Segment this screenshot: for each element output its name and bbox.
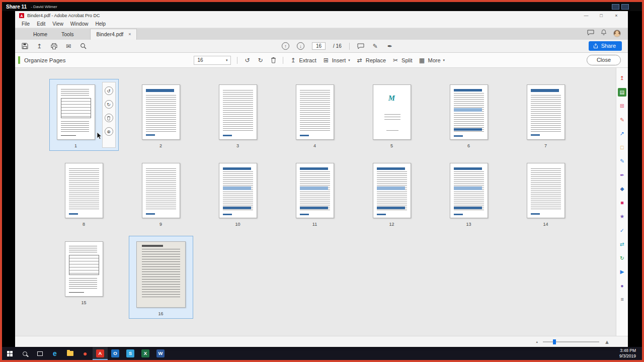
page-preview[interactable] <box>296 163 334 218</box>
zoom-slider[interactable] <box>543 341 599 342</box>
rotate-cw-icon[interactable]: ↻ <box>105 100 113 109</box>
menu-help[interactable]: Help <box>92 21 109 27</box>
page-preview[interactable] <box>142 163 180 218</box>
page-preview[interactable] <box>136 241 186 308</box>
zoom-out-icon[interactable]: ▴ <box>536 340 538 344</box>
menu-window[interactable]: Window <box>67 21 92 27</box>
page-preview[interactable]: M <box>373 84 411 140</box>
search-icon[interactable] <box>79 43 87 49</box>
rich-media-icon[interactable]: ▶ <box>618 267 626 276</box>
excel-icon[interactable]: X <box>138 347 153 360</box>
tab-close-icon[interactable]: × <box>128 32 131 37</box>
page-thumbnail[interactable]: 13 ↺ ↻ ⊕ <box>442 157 496 229</box>
insert-button[interactable]: ⊞ Insert ▾ <box>323 57 350 63</box>
edge-icon[interactable]: e <box>47 347 62 360</box>
page-preview[interactable] <box>373 163 411 218</box>
page-thumbnail[interactable]: M 5 ↺ ↻ ⊕ <box>365 79 419 151</box>
rotate-ccw-icon[interactable]: ↺ <box>244 57 251 63</box>
protect-icon[interactable]: ◆ <box>618 185 626 193</box>
menu-view[interactable]: View <box>49 21 67 27</box>
delete-page-icon[interactable] <box>105 114 113 122</box>
share-window-icon[interactable] <box>612 4 619 10</box>
page-thumbnail[interactable]: 7 ↺ ↻ ⊕ <box>519 79 573 151</box>
fill-sign-icon[interactable]: ✎ <box>618 157 626 165</box>
comment-bubble-icon[interactable] <box>357 43 364 49</box>
comments-panel-icon[interactable] <box>587 29 594 38</box>
page-thumbnail[interactable]: 6 ↺ ↻ ⊕ <box>442 79 496 151</box>
page-range-dropdown[interactable]: 16 ▾ <box>194 56 231 65</box>
restore-button[interactable]: □ <box>594 13 609 18</box>
tab-document[interactable]: Binder4.pdf × <box>90 29 137 40</box>
file-explorer-icon[interactable] <box>62 347 77 360</box>
menu-edit[interactable]: Edit <box>33 21 49 27</box>
measure-icon[interactable]: ⇄ <box>618 240 626 248</box>
zoom-page-icon[interactable]: ⊕ <box>105 127 113 136</box>
skype-icon[interactable]: S <box>123 347 138 360</box>
menu-file[interactable]: File <box>18 21 33 27</box>
page-preview[interactable] <box>65 241 103 297</box>
page-preview[interactable] <box>527 84 565 140</box>
app-icon-red[interactable]: ● <box>77 347 93 360</box>
rotate-ccw-icon[interactable]: ↺ <box>105 86 113 95</box>
previous-page-icon[interactable]: ↑ <box>282 42 289 50</box>
edit-pdf-icon[interactable]: ✎ <box>618 116 626 124</box>
more-tools-icon[interactable]: ≡ <box>618 295 626 304</box>
optimize-pdf-icon[interactable]: ↻ <box>618 254 626 262</box>
rotate-cw-icon[interactable]: ↻ <box>257 57 264 63</box>
acrobat-icon[interactable]: A <box>93 347 108 360</box>
page-thumbnail[interactable]: 11 ↺ ↻ ⊕ <box>288 157 342 229</box>
prepare-form-icon[interactable]: ✓ <box>618 226 626 235</box>
delete-pages-icon[interactable] <box>270 57 277 63</box>
task-view-button[interactable] <box>32 347 47 360</box>
page-thumbnail[interactable]: 2 ↺ ↻ ⊕ <box>134 79 188 151</box>
page-thumbnail[interactable]: 4 ↺ ↻ ⊕ <box>288 79 342 151</box>
page-thumbnail[interactable]: 9 ↺ ↻ ⊕ <box>134 157 188 229</box>
page-preview[interactable] <box>142 84 180 140</box>
search-button[interactable] <box>17 347 32 360</box>
split-button[interactable]: ✂ Split <box>392 57 412 63</box>
more-button[interactable]: ▦ More ▾ <box>419 57 445 63</box>
next-page-icon[interactable]: ↓ <box>297 42 304 50</box>
save-icon[interactable] <box>21 43 28 49</box>
extract-button[interactable]: ↥ Extract <box>289 57 316 63</box>
page-thumbnail[interactable]: 16 ↺ ↻ ⊕ <box>129 236 193 319</box>
notifications-bell-icon[interactable] <box>601 29 607 38</box>
page-preview[interactable] <box>450 163 488 218</box>
minimize-button[interactable]: — <box>579 13 594 18</box>
accessibility-icon[interactable]: ● <box>618 282 626 290</box>
share-file-icon[interactable]: ↗ <box>618 129 626 138</box>
system-tray-clock[interactable]: 3:48 PM 9/3/2019 <box>619 348 642 359</box>
sign-pen-icon[interactable]: ✒ <box>618 171 626 179</box>
share-button[interactable]: Share <box>589 41 622 51</box>
page-thumbnail[interactable]: 12 ↺ ↻ ⊕ <box>365 157 419 229</box>
page-thumbnail[interactable]: 8 ↺ ↻ ⊕ <box>57 157 111 229</box>
certificates-icon[interactable]: ★ <box>618 212 626 221</box>
close-organize-button[interactable]: Close <box>587 55 621 65</box>
page-preview[interactable] <box>65 163 103 218</box>
page-preview[interactable] <box>450 84 488 140</box>
page-preview[interactable] <box>527 163 565 218</box>
page-preview[interactable] <box>219 84 257 140</box>
comment-icon[interactable]: □ <box>618 143 626 152</box>
tab-home[interactable]: Home <box>26 29 54 40</box>
page-thumbnail[interactable]: 3 ↺ ↻ ⊕ <box>211 79 265 151</box>
create-pdf-icon[interactable]: ⊞ <box>618 102 626 110</box>
annotate-pencil-icon[interactable]: ✎ <box>372 43 379 49</box>
page-preview[interactable] <box>296 84 334 140</box>
outlook-icon[interactable]: O <box>108 347 123 360</box>
redact-icon[interactable]: ■ <box>618 199 626 207</box>
user-avatar[interactable] <box>613 30 621 37</box>
page-preview[interactable] <box>57 84 95 140</box>
email-icon[interactable]: ✉ <box>65 43 72 49</box>
page-thumbnail[interactable]: 15 ↺ ↻ ⊕ <box>57 236 111 308</box>
close-window-button[interactable]: × <box>609 13 624 18</box>
zoom-slider-thumb[interactable] <box>553 339 556 344</box>
current-page-input[interactable]: 16 <box>312 42 326 50</box>
replace-button[interactable]: ⇄ Replace <box>356 57 386 63</box>
word-icon[interactable]: W <box>153 347 168 360</box>
page-thumbnail[interactable]: 1 ↺ ↻ ⊕ <box>49 79 119 151</box>
upload-icon[interactable]: ↥ <box>36 43 43 49</box>
zoom-in-icon[interactable]: ▲ <box>604 339 610 345</box>
page-thumbnail[interactable]: 14 ↺ ↻ ⊕ <box>519 157 573 229</box>
organize-pages-icon[interactable]: ▤ <box>618 88 626 97</box>
